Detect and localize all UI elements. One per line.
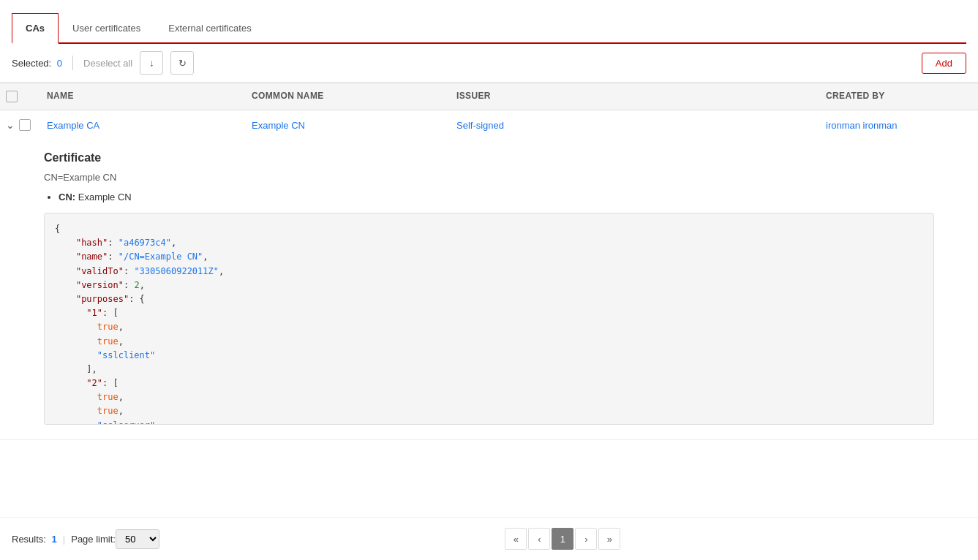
- header-created-by: CREATED BY: [817, 83, 978, 110]
- row-issuer-link[interactable]: Self-signed: [456, 120, 504, 131]
- cert-dn: CN=Example CN: [44, 172, 934, 183]
- select-all-checkbox[interactable]: [6, 91, 18, 102]
- row-expand-toggle[interactable]: ⌄: [0, 110, 38, 140]
- cert-field-value: Example CN: [78, 192, 132, 203]
- json-line-3: "name": "/CN=Example CN",: [55, 250, 923, 264]
- table-row: ⌄ Example CA Example CN Self-signed iron…: [0, 110, 978, 440]
- row-created-by-cell: ironman ironman: [817, 111, 978, 140]
- selected-label: Selected: 0: [12, 58, 62, 69]
- table-header: NAME COMMON NAME ISSUER CREATED BY: [0, 83, 978, 110]
- tab-cas[interactable]: CAs: [12, 13, 59, 44]
- row-name-link[interactable]: Example CA: [47, 120, 99, 131]
- expanded-detail: Certificate CN=Example CN CN: Example CN…: [0, 140, 978, 439]
- header-name: NAME: [38, 83, 243, 110]
- json-line-4: "validTo": "3305060922011Z",: [55, 265, 923, 279]
- table-row-main: ⌄ Example CA Example CN Self-signed iron…: [0, 110, 978, 140]
- add-button[interactable]: Add: [922, 53, 966, 74]
- json-line-8: true,: [55, 320, 923, 334]
- header-issuer: ISSUER: [448, 83, 817, 110]
- toolbar: Selected: 0 Deselect all ↓ ↻ Add: [0, 44, 978, 83]
- refresh-icon: ↻: [178, 58, 187, 69]
- json-line-5: "version": 2,: [55, 279, 923, 292]
- table-body: ⌄ Example CA Example CN Self-signed iron…: [0, 110, 978, 440]
- row-name-cell: Example CA: [38, 111, 243, 140]
- chevron-down-icon[interactable]: ⌄: [6, 119, 15, 131]
- json-line-13: true,: [55, 390, 923, 404]
- row-created-by-link[interactable]: ironman ironman: [826, 120, 898, 131]
- cert-fields: CN: Example CN: [44, 192, 934, 203]
- json-line-10: "sslclient": [55, 349, 923, 363]
- json-line-14: true,: [55, 404, 923, 418]
- header-checkbox-col: [0, 83, 38, 110]
- tab-external-certificates[interactable]: External certificates: [154, 13, 265, 44]
- selected-count: 0: [57, 58, 62, 69]
- json-line-15: "sslserver": [55, 419, 923, 425]
- deselect-all-button[interactable]: Deselect all: [83, 58, 132, 69]
- header-common-name: COMMON NAME: [243, 83, 448, 110]
- row-common-name-link[interactable]: Example CN: [252, 120, 305, 131]
- json-line-1: {: [55, 222, 923, 236]
- json-line-6: "purposes": {: [55, 292, 923, 306]
- row-issuer-cell: Self-signed: [448, 111, 817, 140]
- row-checkbox[interactable]: [19, 119, 31, 131]
- json-code-block[interactable]: { "hash": "a46973c4", "name": "/CN=Examp…: [44, 213, 934, 425]
- row-common-name-cell: Example CN: [243, 111, 448, 140]
- json-line-2: "hash": "a46973c4",: [55, 236, 923, 250]
- download-button[interactable]: ↓: [140, 51, 163, 75]
- json-line-11: ],: [55, 363, 923, 377]
- json-line-12: "2": [: [55, 377, 923, 390]
- tab-user-certificates[interactable]: User certificates: [59, 13, 154, 44]
- cert-field-cn: CN: Example CN: [59, 192, 934, 203]
- json-line-7: "1": [: [55, 306, 923, 320]
- cert-field-key: CN:: [59, 192, 75, 203]
- tabs-container: CAs User certificates External certifica…: [0, 0, 978, 44]
- toolbar-separator: [72, 56, 73, 70]
- cert-title: Certificate: [44, 151, 934, 164]
- download-icon: ↓: [149, 58, 154, 69]
- json-line-9: true,: [55, 335, 923, 349]
- refresh-button[interactable]: ↻: [170, 51, 194, 75]
